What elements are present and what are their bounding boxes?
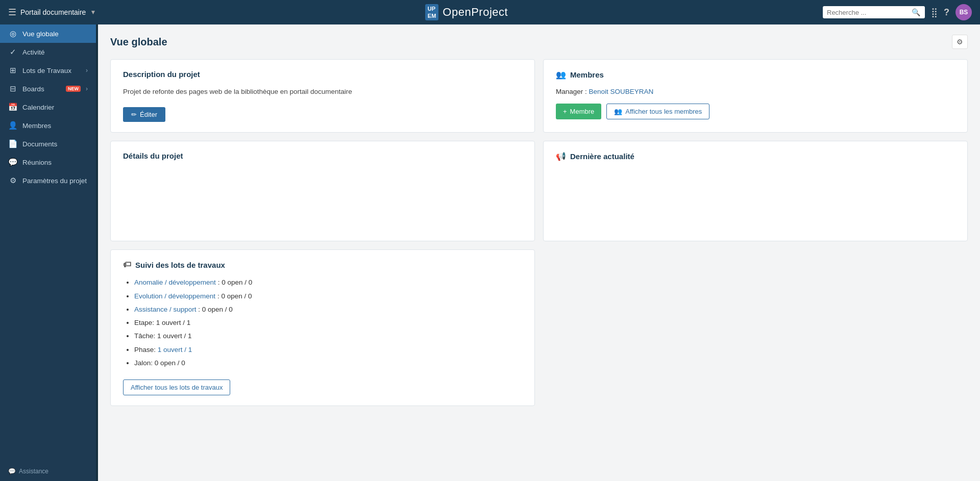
logo-badge: UP EM	[425, 4, 439, 21]
details-content	[123, 168, 522, 230]
sidebar-item-boards[interactable]: ⊟ Boards NEW ›	[0, 80, 96, 98]
sidebar-item-vue-globale[interactable]: ◎ Vue globale	[0, 24, 96, 43]
jalon-value: 0 open / 0	[155, 359, 185, 367]
sidebar-item-membres[interactable]: 👤 Membres	[0, 116, 96, 135]
membres-title-icon: 👥	[556, 70, 566, 80]
topbar-center: UP EM OpenProject	[110, 4, 823, 21]
page-settings-button[interactable]: ⚙	[952, 35, 968, 49]
menu-icon[interactable]: ☰	[8, 7, 16, 18]
sidebar-item-calendrier[interactable]: 📅 Calendrier	[0, 98, 96, 116]
search-icon: 🔍	[912, 8, 920, 16]
project-dropdown-icon[interactable]: ▼	[90, 9, 96, 16]
description-title-text: Description du projet	[123, 70, 200, 79]
description-card-title: Description du projet	[123, 70, 522, 79]
suivi-card-title: 🏷 Suivi des lots de travaux	[123, 260, 522, 269]
suivi-title-icon: 🏷	[123, 260, 131, 269]
list-item: Tâche: 1 ouvert / 1	[134, 331, 522, 341]
sidebar-label-vue-globale: Vue globale	[22, 30, 88, 38]
evolution-link[interactable]: Evolution / développement	[134, 292, 215, 300]
membres-card-title: 👥 Membres	[556, 70, 955, 80]
list-item: Anomalie / développement : 0 open / 0	[134, 277, 522, 288]
help-button[interactable]: ?	[944, 7, 949, 18]
content-area: Vue globale ⚙ Description du projet Proj…	[98, 24, 980, 481]
edit-button[interactable]: ✏ Éditer	[123, 107, 165, 122]
manager-label: Manager :	[556, 88, 589, 95]
details-card: Détails du projet	[110, 141, 535, 241]
description-text: Projet de refonte des pages web de la bi…	[123, 87, 522, 97]
activite-icon: ✓	[8, 47, 17, 57]
sidebar-item-lots-de-travaux[interactable]: ⊞ Lots de Travaux ›	[0, 61, 96, 80]
settings-icon: ⚙	[957, 38, 963, 46]
assistance-suffix: : 0 open / 0	[198, 306, 233, 313]
edit-label: Éditer	[140, 111, 157, 118]
sidebar-item-parametres[interactable]: ⚙ Paramètres du projet	[0, 171, 96, 190]
view-members-icon: 👥	[614, 108, 622, 115]
evolution-suffix: : 0 open / 0	[217, 292, 252, 300]
membres-card: 👥 Membres Manager : Benoit SOUBEYRAN + M…	[543, 59, 968, 133]
add-member-icon: +	[563, 108, 567, 115]
sidebar-label-boards: Boards	[22, 85, 59, 93]
sidebar-item-documents[interactable]: 📄 Documents	[0, 135, 96, 153]
add-member-label: Membre	[570, 108, 595, 115]
logo-text: OpenProject	[443, 6, 508, 19]
view-members-label: Afficher tous les membres	[625, 108, 702, 115]
avatar[interactable]: BS	[955, 4, 972, 20]
sidebar-label-lots: Lots de Travaux	[22, 67, 81, 74]
page-title: Vue globale	[110, 36, 167, 48]
actualite-title-icon: 📢	[556, 151, 566, 161]
content-header: Vue globale ⚙	[110, 35, 968, 49]
actualite-content	[556, 169, 955, 231]
actualite-card-title: 📢 Dernière actualité	[556, 151, 955, 161]
search-input[interactable]	[827, 9, 909, 16]
topbar: ☰ Portail documentaire ▼ UP EM OpenProje…	[0, 0, 980, 24]
sidebar-label-parametres: Paramètres du projet	[22, 177, 88, 185]
manager-link[interactable]: Benoit SOUBEYRAN	[589, 88, 654, 95]
view-members-button[interactable]: 👥 Afficher tous les membres	[606, 104, 709, 119]
sidebar-item-reunions[interactable]: 💬 Réunions	[0, 153, 96, 171]
show-all-button[interactable]: Afficher tous les lots de travaux	[123, 379, 230, 395]
reunions-icon: 💬	[8, 158, 17, 167]
boards-icon: ⊟	[8, 84, 17, 93]
project-name[interactable]: Portail documentaire	[20, 8, 86, 16]
assistance-link[interactable]: Assistance / support	[134, 306, 197, 313]
membres-icon: 👤	[8, 121, 17, 130]
etape-value: 1 ouvert / 1	[156, 319, 191, 326]
sidebar-label-membres: Membres	[22, 122, 88, 130]
manager-row: Manager : Benoit SOUBEYRAN	[556, 88, 955, 95]
list-item: Assistance / support : 0 open / 0	[134, 305, 522, 315]
list-item: Etape: 1 ouvert / 1	[134, 318, 522, 328]
assistance-icon: 💬	[8, 468, 16, 475]
tache-label: Tâche:	[134, 332, 157, 340]
search-box[interactable]: 🔍	[823, 6, 925, 18]
suivi-card: 🏷 Suivi des lots de travaux Anomalie / d…	[110, 249, 535, 406]
details-card-title: Détails du projet	[123, 151, 522, 160]
boards-arrow-icon: ›	[86, 85, 88, 92]
list-item: Evolution / développement : 0 open / 0	[134, 291, 522, 301]
grid-apps-button[interactable]: ⣿	[931, 7, 938, 18]
sidebar-item-activite[interactable]: ✓ Activité	[0, 43, 96, 61]
lots-arrow-icon: ›	[86, 67, 88, 74]
documents-icon: 📄	[8, 139, 17, 148]
main-layout: ◎ Vue globale ✓ Activité ⊞ Lots de Trava…	[0, 24, 980, 481]
anomalie-link[interactable]: Anomalie / développement	[134, 279, 216, 286]
details-title-text: Détails du projet	[123, 151, 183, 160]
edit-icon: ✏	[131, 111, 137, 118]
lots-icon: ⊞	[8, 66, 17, 75]
list-item: Phase: 1 ouvert / 1	[134, 345, 522, 355]
calendrier-icon: 📅	[8, 103, 17, 112]
membres-title-text: Membres	[570, 70, 604, 79]
suivi-title-text: Suivi des lots de travaux	[135, 261, 225, 269]
add-member-button[interactable]: + Membre	[556, 104, 601, 119]
topbar-right: 🔍 ⣿ ? BS	[823, 4, 972, 20]
sidebar-label-activite: Activité	[22, 48, 88, 56]
jalon-label: Jalon:	[134, 359, 155, 367]
anomalie-suffix: : 0 open / 0	[218, 279, 253, 286]
sidebar-assistance[interactable]: 💬 Assistance	[0, 462, 96, 481]
assistance-label: Assistance	[19, 468, 48, 475]
etape-label: Etape:	[134, 319, 156, 326]
phase-link[interactable]: 1 ouvert / 1	[158, 346, 192, 353]
list-item: Jalon: 0 open / 0	[134, 358, 522, 368]
parametres-icon: ⚙	[8, 176, 17, 185]
topbar-left: ☰ Portail documentaire ▼	[8, 7, 110, 18]
new-badge: NEW	[66, 86, 81, 92]
